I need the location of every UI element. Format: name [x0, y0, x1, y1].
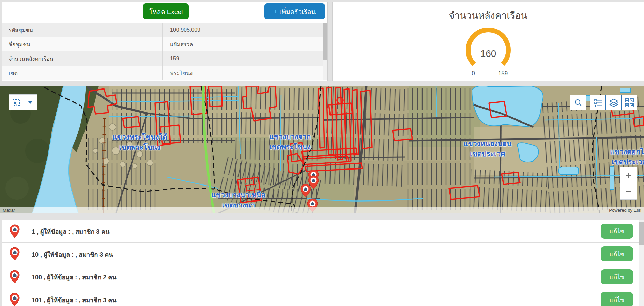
gauge-title: จำนวนหลังคาเรือน	[333, 8, 644, 23]
table-scrollbar[interactable]	[323, 23, 327, 80]
table-row: จำนวนหลังคาเรือน 159	[2, 51, 323, 66]
table-scrollbar-thumb[interactable]	[323, 23, 327, 60]
household-row: 101 , ผู้ให้ข้อมูล : , สมาชิก 3 คน แก้ไข	[2, 288, 644, 306]
lasso-select-icon	[12, 98, 20, 107]
zoom-out-button[interactable]: −	[620, 183, 637, 199]
row-value: 159	[163, 55, 179, 62]
table-row: รหัสชุมชน 100,905,009	[2, 23, 323, 37]
row-value: 100,905,009	[163, 27, 200, 33]
zoom-in-button[interactable]: +	[620, 167, 637, 183]
add-household-button[interactable]: + เพิ่มครัวเรือน	[264, 3, 325, 19]
household-row: 1 , ผู้ให้ข้อมูล : , สมาชิก 3 คน แก้ไข	[2, 220, 644, 243]
select-tool-widget	[9, 94, 37, 110]
community-info-table: รหัสชุมชน 100,905,009 ชื่อชุมชน แย้มสรวล…	[2, 23, 323, 80]
row-label: เขต	[2, 66, 163, 80]
search-widget	[570, 95, 586, 110]
house-pin-icon	[10, 247, 20, 261]
attribution-source: Maxar	[3, 208, 15, 213]
household-row-text: 10 , ผู้ให้ข้อมูล : , สมาชิก 3 คน	[32, 249, 113, 259]
edit-button[interactable]: แก้ไข	[601, 224, 633, 239]
search-button[interactable]	[570, 95, 586, 110]
table-row: ชื่อชุมชน แย้มสรวล	[2, 37, 323, 51]
map-basemap-art	[0, 86, 644, 213]
house-pin-icon	[10, 293, 20, 306]
gauge-value: 160	[480, 48, 496, 59]
load-excel-button[interactable]: โหลด Excel	[143, 3, 189, 19]
household-row-text: 1 , ผู้ให้ข้อมูล : , สมาชิก 3 คน	[32, 227, 110, 237]
household-gauge-panel: จำนวนหลังคาเรือน 160 0 159	[332, 2, 644, 81]
house-pin-icon	[10, 270, 20, 284]
community-info-panel: โหลด Excel + เพิ่มครัวเรือน รหัสชุมชน 10…	[2, 2, 328, 81]
household-count-gauge: 160 0 159	[451, 23, 526, 81]
zoom-control: + −	[620, 167, 637, 200]
map-tools-group	[590, 95, 637, 110]
edit-button[interactable]: แก้ไข	[601, 246, 633, 261]
map-attribution: Maxar Powered by Esri	[0, 207, 644, 213]
edit-button[interactable]: แก้ไข	[601, 269, 633, 284]
list-scrollbar[interactable]	[639, 220, 644, 306]
household-row: 10 , ผู้ให้ข้อมูล : , สมาชิก 3 คน แก้ไข	[2, 243, 644, 265]
layers-icon	[609, 98, 618, 107]
select-tool-button[interactable]	[9, 95, 23, 110]
household-list-panel: 1 , ผู้ให้ข้อมูล : , สมาชิก 3 คน แก้ไข 1…	[2, 220, 644, 306]
gauge-max-label: 159	[498, 70, 507, 77]
basemap-gallery-icon	[625, 98, 634, 108]
attribution-esri: Powered by Esri	[609, 208, 641, 213]
household-row-text: 100 , ผู้ให้ข้อมูล : , สมาชิก 2 คน	[32, 272, 117, 282]
table-row: เขต พระโขนง	[2, 66, 323, 80]
legend-icon	[594, 98, 602, 107]
row-value: แย้มสรวล	[163, 40, 193, 49]
chevron-down-icon	[27, 100, 33, 104]
row-label: จำนวนหลังคาเรือน	[2, 51, 163, 66]
map-canvas[interactable]: แขวงพระโขนงใต้เขตพระโขนง แขวงบางจากเขตพร…	[0, 86, 644, 213]
basemap-gallery-button[interactable]	[621, 95, 637, 110]
layers-button[interactable]	[605, 95, 621, 110]
list-scrollbar-thumb[interactable]	[639, 222, 644, 245]
row-label: รหัสชุมชน	[2, 23, 163, 37]
row-value: พระโขนง	[163, 69, 193, 77]
select-tool-dropdown[interactable]	[23, 95, 37, 110]
gauge-min-label: 0	[472, 70, 475, 77]
search-icon	[574, 99, 582, 107]
house-pin-icon	[10, 224, 20, 238]
household-row-text: 101 , ผู้ให้ข้อมูล : , สมาชิก 3 คน	[32, 295, 117, 305]
edit-button[interactable]: แก้ไข	[601, 292, 633, 306]
legend-button[interactable]	[590, 95, 605, 110]
row-label: ชื่อชุมชน	[2, 37, 163, 51]
household-row: 100 , ผู้ให้ข้อมูล : , สมาชิก 2 คน แก้ไข	[2, 265, 644, 288]
